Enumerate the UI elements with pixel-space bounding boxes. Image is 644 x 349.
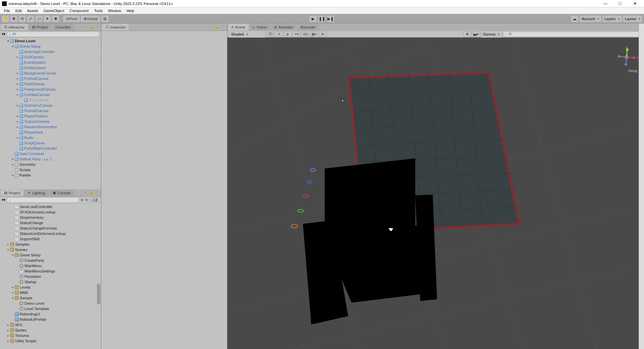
- menu-window[interactable]: Window: [105, 8, 124, 13]
- menu-file[interactable]: File: [1, 8, 13, 13]
- rotate-tool[interactable]: ⟲: [18, 15, 26, 22]
- fx-toggle[interactable]: ✦▾: [292, 31, 301, 37]
- project-item[interactable]: Startup: [0, 279, 101, 285]
- menu-icon[interactable]: ⋮: [96, 39, 100, 43]
- tool-settings-icon[interactable]: ✖: [463, 31, 471, 37]
- hierarchy-item[interactable]: ▸Audio: [0, 135, 101, 140]
- project-tree[interactable]: SaveLoadControllerSFXDictionaryLookupSho…: [0, 203, 101, 349]
- project-item[interactable]: MainMenu: [0, 263, 101, 268]
- tab-project[interactable]: ▤ Project: [1, 190, 23, 196]
- scene-viewport[interactable]: 🔒: [227, 38, 644, 349]
- hierarchy-item[interactable]: ▸FieldCanvas: [0, 81, 101, 87]
- project-item[interactable]: CreateParty: [0, 258, 101, 263]
- hierarchy-search-input[interactable]: [12, 32, 97, 36]
- lock-icon[interactable]: 🔒: [89, 24, 94, 29]
- hierarchy-item[interactable]: ▾Scene Setup›: [0, 44, 101, 49]
- pivot-toggle[interactable]: ⊙ Pivot: [63, 15, 80, 22]
- tab-lighting[interactable]: ☀ Lighting: [24, 190, 49, 196]
- hierarchy-item[interactable]: ▾Demo Level⋮: [0, 38, 101, 44]
- scrollbar-thumb[interactable]: [97, 284, 100, 304]
- menu-icon[interactable]: ⋮: [95, 190, 100, 194]
- tab-favorites[interactable]: Favorites: [52, 24, 74, 31]
- hierarchy-item[interactable]: PlayerInput: [0, 130, 101, 135]
- transform-tool[interactable]: ✦: [43, 15, 51, 22]
- hierarchy-item[interactable]: PartyWipeController: [0, 146, 101, 151]
- pause-button[interactable]: ❚❚: [318, 15, 326, 22]
- tab-animator[interactable]: ⇄ Animator: [271, 24, 297, 31]
- tab-inspector[interactable]: ⓘ Inspector: [102, 24, 129, 31]
- hierarchy-item[interactable]: ▸Geometry: [0, 162, 101, 167]
- project-item[interactable]: Persistent: [0, 274, 101, 279]
- extras-toggle[interactable]: |▾: [319, 31, 327, 37]
- hierarchy-item[interactable]: ▸ForegroundCanvas: [0, 87, 101, 92]
- rect-tool[interactable]: ▭: [35, 15, 43, 22]
- project-item[interactable]: ▸MM0: [0, 290, 101, 295]
- project-item[interactable]: ShopInventory: [0, 215, 101, 220]
- shading-dropdown[interactable]: Shaded: [229, 31, 266, 38]
- menu-component[interactable]: Component: [67, 8, 91, 13]
- camera-icon[interactable]: 📷▾: [472, 31, 480, 37]
- project-search-input[interactable]: [12, 198, 76, 202]
- hierarchy-item[interactable]: ▸TextureCamera›: [0, 119, 101, 124]
- light-toggle[interactable]: ☀: [275, 31, 283, 37]
- arrow-icon[interactable]: ›: [83, 24, 88, 29]
- play-button[interactable]: ▶: [309, 15, 317, 22]
- account-dropdown[interactable]: Account: [579, 15, 602, 22]
- hierarchy-item[interactable]: ▸PortraitCanvas: [0, 76, 101, 81]
- project-item[interactable]: StatusIconDictionaryLookup: [0, 231, 101, 236]
- tab-project-alt[interactable]: ▤ Project: [29, 24, 51, 31]
- hierarchy-item[interactable]: AutomapController: [0, 49, 101, 54]
- hidden-toggle[interactable]: ⊘0: [301, 31, 309, 37]
- hierarchy-item[interactable]: ▸BackgroundCanvas: [0, 70, 101, 76]
- project-item[interactable]: ▾Sample: [0, 295, 101, 301]
- project-item[interactable]: ▸Samples: [0, 242, 101, 247]
- hierarchy-search[interactable]: ⌕: [7, 32, 100, 37]
- scene-search-input[interactable]: [508, 32, 640, 36]
- tab-game[interactable]: ▻ Game: [249, 24, 270, 31]
- menu-tools[interactable]: Tools: [91, 8, 105, 13]
- project-item[interactable]: SupportSkill: [0, 236, 101, 242]
- project-search[interactable]: ⌕: [7, 197, 79, 203]
- window-scrollbar[interactable]: [639, 23, 644, 349]
- hierarchy-item[interactable]: ▸RandomEncounters: [0, 124, 101, 130]
- layers-dropdown[interactable]: Layers: [602, 15, 622, 22]
- custom-tool[interactable]: ✖: [52, 15, 60, 22]
- project-item[interactable]: StatusChange: [0, 220, 101, 226]
- layout-dropdown[interactable]: Layout: [623, 15, 643, 22]
- project-item[interactable]: ▸Levels: [0, 285, 101, 290]
- menu-icon[interactable]: ⋮: [95, 24, 100, 29]
- project-item[interactable]: StatusChangeFormula: [0, 226, 101, 231]
- hierarchy-item[interactable]: EventSystem: [0, 60, 101, 65]
- hierarchy-item[interactable]: TurnCanvas: [0, 97, 101, 103]
- lock-icon[interactable]: 🔒: [89, 190, 94, 194]
- project-item[interactable]: MainMenuSettings: [0, 268, 101, 274]
- global-toggle[interactable]: ⊕ Global: [80, 15, 101, 22]
- project-item[interactable]: ▸Sprites: [0, 328, 101, 333]
- project-item[interactable]: Level Template: [0, 306, 101, 311]
- warning-count[interactable]: ⚠3: [90, 198, 100, 202]
- filter-icon[interactable]: ⊞: [80, 198, 84, 202]
- hierarchy-item[interactable]: GUIAccessor: [0, 65, 101, 70]
- move-tool[interactable]: ✥: [10, 15, 18, 22]
- arrow-icon[interactable]: ›: [83, 190, 88, 194]
- eye-icon[interactable]: 👁: [85, 198, 89, 202]
- minimize-button[interactable]: —: [601, 1, 610, 6]
- gizmos-dropdown[interactable]: Gizmos: [481, 31, 502, 38]
- project-item[interactable]: RebindingUI: [0, 311, 101, 317]
- menu-help[interactable]: Help: [124, 8, 137, 13]
- add-button[interactable]: +▾: [1, 198, 5, 202]
- hierarchy-item[interactable]: Scripts: [0, 167, 101, 172]
- lock-icon[interactable]: 🔒: [215, 24, 220, 29]
- project-item[interactable]: SaveLoadController: [0, 204, 101, 209]
- persp-label[interactable]: Persp: [629, 69, 637, 73]
- cloud-button[interactable]: ☁: [571, 15, 579, 22]
- menu-edit[interactable]: Edit: [13, 8, 24, 13]
- step-button[interactable]: ▶❚: [327, 15, 335, 22]
- grid-toggle[interactable]: ▦▾: [310, 31, 318, 37]
- menu-gameobject[interactable]: GameObject: [41, 8, 67, 13]
- hierarchy-item[interactable]: ▸GUICamera›: [0, 54, 101, 60]
- project-item[interactable]: ▾Scenes: [0, 247, 101, 252]
- orientation-gizmo[interactable]: x y: [617, 48, 636, 66]
- project-item[interactable]: ▾Game Setup: [0, 252, 101, 258]
- close-button[interactable]: ✕: [631, 1, 639, 6]
